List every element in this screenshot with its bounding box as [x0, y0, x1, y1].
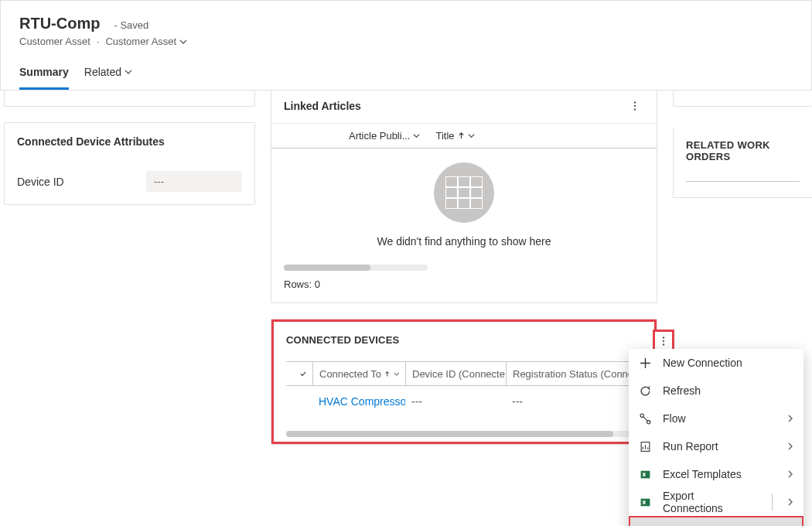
device-id-label: Device ID: [17, 176, 137, 188]
connected-devices-title: CONNECTED DEVICES: [286, 334, 642, 346]
context-menu: New Connection Refresh Flow Run Report E…: [629, 349, 803, 526]
related-work-orders-title: RELATED WORK ORDERS: [686, 139, 800, 162]
svg-point-5: [663, 343, 664, 345]
menu-new-connection[interactable]: New Connection: [629, 349, 803, 377]
tab-bar: Summary Related: [19, 61, 793, 90]
more-vertical-icon: [629, 101, 640, 111]
menu-label: Flow: [663, 412, 776, 425]
select-all-checkbox[interactable]: [294, 362, 312, 385]
tab-related-label: Related: [84, 66, 121, 78]
menu-run-report[interactable]: Run Report: [629, 432, 803, 460]
col-article[interactable]: Article Publi...: [349, 130, 420, 142]
arrow-up-icon: [384, 371, 391, 377]
rows-count: Rows: 0: [284, 278, 644, 290]
menu-label: Excel Templates: [663, 468, 776, 480]
linked-articles-card: Linked Articles Article Publi... Title: [271, 91, 657, 303]
menu-label: Run Report: [663, 440, 776, 453]
cell-device-id: ---: [405, 395, 506, 408]
entity-label: Customer Asset: [19, 36, 90, 47]
entity-picker-label: Customer Asset: [105, 36, 176, 47]
svg-point-3: [663, 336, 664, 338]
chevron-down-icon: [125, 68, 132, 76]
svg-point-1: [634, 105, 636, 107]
linked-articles-title: Linked Articles: [284, 100, 361, 112]
table-row[interactable]: HVAC Compressor. --- ---: [286, 386, 642, 417]
svg-point-2: [634, 108, 636, 110]
excel-icon: [638, 469, 652, 480]
chevron-down-icon: [394, 371, 400, 377]
tab-related[interactable]: Related: [84, 61, 132, 90]
menu-label: Refresh: [663, 384, 794, 397]
svg-point-4: [663, 340, 664, 342]
connected-devices-card: CONNECTED DEVICES Connected To Device ID…: [271, 319, 657, 445]
menu-export-connections[interactable]: Export Connections: [629, 488, 803, 516]
chevron-down-icon: [413, 132, 420, 139]
tab-summary[interactable]: Summary: [19, 61, 69, 90]
svg-rect-9: [640, 470, 650, 478]
excel-icon: [638, 497, 652, 508]
right-stub-card: [673, 91, 812, 107]
menu-excel-templates[interactable]: Excel Templates: [629, 460, 803, 488]
chevron-right-icon: [786, 415, 794, 422]
device-id-field[interactable]: ---: [146, 171, 242, 192]
linked-more-button[interactable]: [626, 97, 644, 115]
svg-point-7: [647, 420, 650, 423]
chevron-right-icon[interactable]: [786, 498, 794, 506]
empty-text: We didn't find anything to show here: [284, 235, 644, 248]
menu-divider: [772, 494, 773, 511]
col-registration-status[interactable]: Registration Status (Connecte...: [506, 362, 639, 385]
more-vertical-icon: [658, 336, 669, 347]
menu-label: New Connection: [663, 357, 794, 369]
col-device-id[interactable]: Device ID (Connecte...: [405, 362, 506, 385]
menu-see-associated-records[interactable]: See associated records: [629, 516, 803, 526]
empty-state: We didn't find anything to show here: [284, 149, 644, 254]
svg-point-0: [634, 101, 636, 103]
arrow-up-icon: [458, 132, 465, 139]
chevron-down-icon: [468, 132, 475, 139]
page-header: RTU-Comp - Saved Customer Asset · Custom…: [0, 0, 812, 91]
menu-label: Export Connections: [663, 490, 756, 514]
entity-picker[interactable]: Customer Asset: [105, 36, 187, 47]
menu-flow[interactable]: Flow: [629, 405, 803, 432]
save-state: - Saved: [114, 19, 148, 31]
connected-device-attributes-card: Connected Device Attributes Device ID --…: [4, 122, 255, 205]
col-title[interactable]: Title: [435, 130, 474, 142]
horizontal-scrollbar[interactable]: [286, 431, 642, 437]
connected-to-link[interactable]: HVAC Compressor.: [319, 395, 405, 408]
record-title: RTU-Comp: [19, 15, 100, 32]
check-icon: [300, 369, 306, 379]
left-stub-card: [4, 91, 255, 107]
horizontal-scrollbar[interactable]: [284, 265, 428, 271]
dot-separator: ·: [97, 36, 100, 47]
chevron-down-icon: [179, 38, 187, 46]
refresh-icon: [638, 385, 652, 397]
svg-point-6: [640, 414, 643, 417]
svg-rect-10: [640, 498, 650, 506]
report-icon: [638, 441, 652, 453]
chevron-right-icon: [786, 442, 794, 450]
col-connected-to[interactable]: Connected To: [312, 362, 405, 385]
chevron-right-icon: [786, 470, 794, 478]
flow-icon: [638, 413, 652, 425]
card-title: Connected Device Attributes: [17, 135, 242, 148]
empty-grid-icon: [434, 162, 494, 223]
related-work-orders-card: RELATED WORK ORDERS: [673, 128, 812, 198]
cell-reg-status: ---: [506, 395, 639, 408]
plus-icon: [638, 357, 652, 369]
menu-refresh[interactable]: Refresh: [629, 377, 803, 405]
